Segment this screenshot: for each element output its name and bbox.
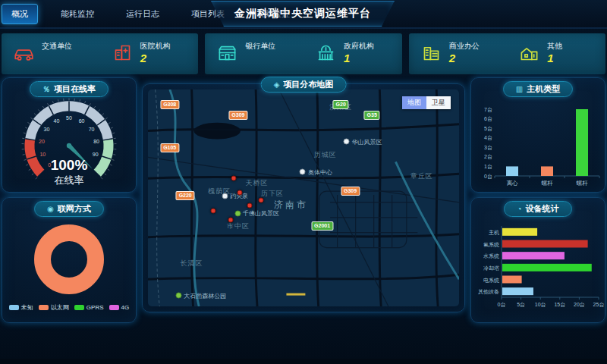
poi-dot-icon	[300, 169, 306, 175]
stat-card: 交通单位 医院机构2	[2, 33, 198, 74]
svg-text:25台: 25台	[593, 302, 605, 308]
map-header: ◈ 项目分布地图	[261, 77, 347, 93]
network-legend: 未知以太网GPRS4G	[2, 303, 136, 312]
svg-text:40: 40	[54, 118, 60, 124]
satellite-mode-button[interactable]: 卫星	[426, 96, 451, 109]
svg-text:100%: 100%	[51, 157, 88, 173]
svg-text:在线率: 在线率	[55, 174, 84, 186]
svg-text:离心: 离心	[507, 180, 519, 187]
office-icon	[421, 42, 442, 66]
poi-dot-icon	[222, 193, 228, 199]
stat-label: 交通单位	[42, 42, 72, 52]
map-panel: ◈ 项目分布地图	[142, 83, 465, 312]
svg-text:50: 50	[66, 115, 72, 121]
network-title: 联网方式	[58, 203, 91, 215]
road-badge: G35	[364, 111, 380, 120]
legend-swatch	[39, 305, 49, 310]
stat-label: 其他	[547, 42, 562, 52]
svg-text:1台: 1台	[484, 164, 492, 170]
svg-text:其他设备: 其他设备	[478, 289, 499, 295]
map-poi-label: 奥体中心	[300, 168, 332, 176]
stat-value	[245, 52, 275, 66]
project-marker[interactable]	[237, 190, 242, 196]
svg-text:5台: 5台	[517, 302, 525, 308]
map-canvas[interactable]: 济南市槐荫区天桥区历下区市中区历城区济阳区章丘区长清区趵突泉千佛山风景区大石崮森…	[148, 89, 459, 306]
nav-tab-1[interactable]: 概况	[2, 4, 38, 24]
stat-label: 商业办公	[449, 42, 480, 52]
poi-dot-icon	[175, 293, 181, 299]
stat-item: 政府机构1	[304, 42, 402, 65]
stats-row: 交通单位 医院机构2银行单位 政府机构1商业办公2其他1	[0, 29, 607, 74]
map-mode-button[interactable]: 地图	[402, 96, 426, 109]
app-title-box: 金洲科瑞中央空调运维平台	[211, 1, 395, 27]
stat-card: 商业办公2其他1	[409, 33, 605, 74]
map-district-label: 历下区	[261, 189, 284, 199]
legend-item[interactable]: 以太网	[39, 303, 69, 312]
project-marker[interactable]	[247, 203, 253, 209]
map-district-label: 历城区	[314, 149, 337, 159]
poi-dot-icon	[343, 139, 349, 145]
legend-item[interactable]: 4G	[109, 303, 130, 312]
device-stats-header: ◔ 设备统计	[504, 201, 571, 217]
map-layer-controls: 地图卫星	[402, 96, 451, 109]
legend-item[interactable]: 未知	[9, 303, 33, 312]
svg-text:3台: 3台	[484, 145, 492, 151]
svg-text:0台: 0台	[498, 302, 506, 308]
map-district-label: 天桥区	[246, 177, 269, 187]
legend-label: GPRS	[86, 304, 104, 311]
svg-text:5台: 5台	[484, 126, 492, 132]
nav-tab-3[interactable]: 运行日志	[117, 5, 168, 24]
road-badge: G220	[176, 191, 195, 200]
svg-text:氟系统: 氟系统	[483, 242, 499, 248]
stat-value: 2	[140, 52, 171, 66]
road-badge: G2001	[311, 221, 333, 231]
network-panel: ◉ 联网方式 未知以太网GPRS4G	[2, 197, 137, 323]
project-marker[interactable]	[231, 176, 237, 181]
svg-text:冷却塔: 冷却塔	[483, 265, 499, 271]
map-poi-label: 千佛山风景区	[234, 209, 279, 218]
project-marker[interactable]	[211, 209, 216, 214]
legend-label: 4G	[121, 304, 130, 311]
device-stats-bar-chart: 0台5台10台15台20台25台主机氟系统水系统冷却塔电系统其他设备	[471, 217, 605, 317]
svg-text:2台: 2台	[484, 154, 492, 160]
bank-icon	[217, 42, 237, 66]
stat-item: 其他1	[507, 42, 605, 65]
top-nav-bar: 概况能耗监控运行日志项目列表视频监控 金洲科瑞中央空调运维平台	[0, 0, 607, 29]
dashboard-screen: 概况能耗监控运行日志项目列表视频监控 金洲科瑞中央空调运维平台 交通单位 医院机…	[0, 0, 607, 364]
road-badge: G105	[160, 143, 179, 152]
svg-text:20: 20	[39, 139, 45, 144]
svg-text:电系统: 电系统	[483, 278, 499, 284]
stat-value: 1	[344, 52, 374, 66]
project-marker[interactable]	[228, 218, 233, 223]
government-icon	[316, 42, 336, 66]
legend-swatch	[9, 305, 19, 310]
host-type-panel: ▥ 主机类型 0台1台2台3台4台5台6台7台离心螺杆螺杆	[470, 77, 605, 193]
svg-text:10台: 10台	[535, 302, 546, 308]
stat-value	[42, 52, 72, 66]
stat-item: 医院机构2	[100, 42, 199, 65]
device-stats-title: 设备统计	[526, 203, 559, 215]
svg-text:4台: 4台	[484, 135, 492, 141]
percent-icon: ％	[42, 84, 50, 95]
road-badge: G309	[228, 111, 247, 120]
svg-text:30: 30	[44, 127, 50, 132]
stat-label: 银行单位	[245, 42, 275, 52]
nav-tab-2[interactable]: 能耗监控	[52, 5, 103, 24]
svg-text:90: 90	[93, 152, 99, 157]
legend-label: 未知	[21, 303, 33, 312]
stat-label: 政府机构	[344, 42, 374, 52]
legend-item[interactable]: GPRS	[74, 303, 104, 312]
stat-value: 1	[547, 52, 562, 66]
map-pin-icon: ◈	[274, 80, 280, 89]
device-stats-panel: ◔ 设备统计 0台5台10台15台20台25台主机氟系统水系统冷却塔电系统其他设…	[470, 197, 605, 323]
online-rate-title: 项目在线率	[54, 83, 96, 95]
project-marker[interactable]	[258, 197, 263, 202]
bar-chart-icon: ▥	[516, 85, 523, 93]
legend-swatch	[74, 305, 84, 310]
road-badge: G20	[333, 100, 349, 109]
legend-swatch	[109, 305, 119, 310]
road-badge: G308	[160, 100, 179, 109]
svg-text:7台: 7台	[484, 107, 492, 113]
right-column: ▥ 主机类型 0台1台2台3台4台5台6台7台离心螺杆螺杆 ◔ 设备统计 0台5…	[470, 77, 605, 323]
stat-item: 银行单位	[205, 42, 304, 65]
